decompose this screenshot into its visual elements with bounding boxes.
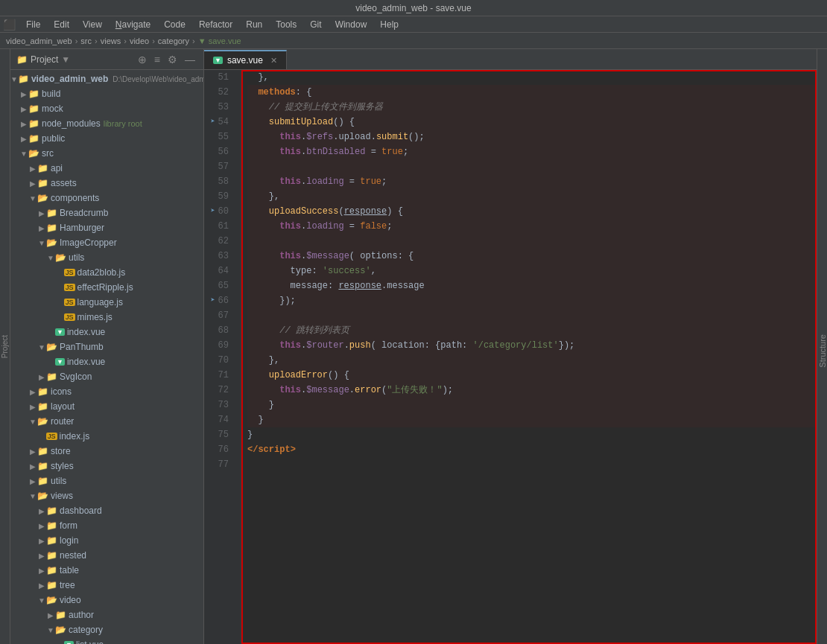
tree-label-author: author — [69, 610, 94, 620]
tree-item-mock[interactable]: ▶ 📁 mock — [10, 101, 203, 116]
line-num-58: 58 — [204, 174, 235, 189]
tree-item-layout[interactable]: ▶ 📁 layout — [10, 399, 203, 414]
menu-git[interactable]: Git — [304, 18, 327, 31]
tree-item-root[interactable]: ▼ 📁 video_admin_web D:\Develop\Web\video… — [10, 71, 203, 86]
tab-label: save.vue — [227, 55, 263, 66]
menu-refactor[interactable]: Refactor — [193, 18, 238, 31]
tree-arrow-author: ▶ — [46, 611, 55, 619]
tree-item-node-modules[interactable]: ▶ 📁 node_modules library root — [10, 116, 203, 131]
tree-item-svgicon[interactable]: ▶ 📁 SvgIcon — [10, 369, 203, 384]
tree-arrow-router: ▼ — [28, 418, 37, 426]
code-editor[interactable]: }, methods: { // 提交到上传文件到服务器 submitUploa… — [241, 70, 817, 644]
tree-item-mimes[interactable]: ▶ JS mimes.js — [10, 310, 203, 325]
sidebar-action-settings[interactable]: ⚙ — [165, 53, 180, 66]
tree-arrow-src: ▼ — [19, 150, 28, 158]
code-line-51: }, — [247, 70, 817, 85]
menu-run[interactable]: Run — [240, 18, 268, 31]
tree-item-category[interactable]: ▼ 📂 category — [10, 622, 203, 637]
breadcrumb-video[interactable]: video — [130, 36, 149, 45]
sidebar-action-scope[interactable]: ⊕ — [136, 53, 149, 66]
line-num-55: 55 — [204, 130, 235, 144]
tree-item-table[interactable]: ▶ 📁 table — [10, 563, 203, 578]
code-line-56: this.btnDisabled = true; — [247, 144, 817, 159]
line-num-68: 68 — [204, 323, 235, 338]
tree-item-author[interactable]: ▶ 📁 author — [10, 608, 203, 622]
folder-icon-panthumb: 📂 — [46, 342, 57, 352]
tree-item-components[interactable]: ▼ 📂 components — [10, 191, 203, 205]
breadcrumb-views[interactable]: views — [101, 36, 121, 45]
arrow-54: ➤ — [211, 115, 215, 130]
breadcrumb-sep5: › — [192, 36, 195, 45]
tree-item-video[interactable]: ▼ 📂 video — [10, 593, 203, 608]
tab-bar: ▼ save.vue ✕ — [204, 49, 817, 70]
tree-item-tree[interactable]: ▶ 📁 tree — [10, 578, 203, 593]
js-icon-data2blob: JS — [64, 269, 75, 276]
tree-item-data2blob[interactable]: ▶ JS data2blob.js — [10, 265, 203, 280]
line-num-63: 63 — [204, 249, 235, 264]
tree-item-imagecropper[interactable]: ▼ 📂 ImageCropper — [10, 235, 203, 250]
tree-item-store[interactable]: ▶ 📁 store — [10, 444, 203, 459]
tab-close-icon[interactable]: ✕ — [270, 56, 277, 66]
tree-arrow-node-modules: ▶ — [19, 120, 28, 128]
menu-view[interactable]: View — [77, 18, 108, 31]
folder-icon-src: 📂 — [28, 148, 39, 159]
menu-navigate[interactable]: Navigate — [110, 18, 156, 31]
vue-icon-2: ▼ — [55, 358, 65, 366]
sidebar: 📁 Project ▼ ⊕ ≡ ⚙ — ▼ 📁 video_admin_ — [10, 49, 204, 644]
tree-item-styles[interactable]: ▶ 📁 styles — [10, 459, 203, 474]
tree-item-src[interactable]: ▼ 📂 src — [10, 146, 203, 161]
tree-item-nested[interactable]: ▶ 📁 nested — [10, 548, 203, 563]
folder-icon-views: 📂 — [37, 491, 48, 501]
tree-label-form: form — [60, 520, 77, 531]
tree-item-panthumb[interactable]: ▼ 📂 PanThumb — [10, 339, 203, 354]
tree-item-login[interactable]: ▶ 📁 login — [10, 533, 203, 548]
menu-code[interactable]: Code — [158, 18, 191, 31]
js-icon-language: JS — [64, 299, 75, 306]
code-line-75: } — [247, 427, 817, 442]
tree-item-hamburger[interactable]: ▶ 📁 Hamburger — [10, 220, 203, 235]
tree-item-utils2[interactable]: ▶ 📁 utils — [10, 474, 203, 488]
menu-window[interactable]: Window — [329, 18, 373, 31]
tree-item-index-vue-1[interactable]: ▶ ▼ index.vue — [10, 325, 203, 339]
menu-file[interactable]: File — [20, 18, 46, 31]
tree-arrow-dashboard: ▶ — [37, 507, 46, 515]
breadcrumb-category[interactable]: category — [158, 36, 189, 45]
tree-item-public[interactable]: ▶ 📁 public — [10, 131, 203, 146]
tree-arrow-icons: ▶ — [28, 388, 37, 396]
tree-label-api: api — [51, 163, 63, 173]
tree-item-language[interactable]: ▶ JS language.js — [10, 295, 203, 310]
tree-item-effectripple[interactable]: ▶ JS effectRipple.js — [10, 280, 203, 295]
folder-icon-login: 📁 — [46, 535, 57, 546]
breadcrumb-project[interactable]: video_admin_web — [6, 36, 72, 45]
code-line-52: methods: { — [247, 85, 817, 100]
tree-item-index-vue-2[interactable]: ▶ ▼ index.vue — [10, 354, 203, 369]
menu-bar: ⬛ File Edit View Navigate Code Refactor … — [0, 16, 827, 33]
tree-item-index-js[interactable]: ▶ JS index.js — [10, 429, 203, 444]
tree-item-router[interactable]: ▼ 📂 router — [10, 414, 203, 429]
tree-item-utils[interactable]: ▼ 📂 utils — [10, 250, 203, 265]
tree-item-breadcrumb[interactable]: ▶ 📁 Breadcrumb — [10, 205, 203, 220]
folder-icon-public: 📁 — [28, 133, 39, 144]
tree-item-build[interactable]: ▶ 📁 build — [10, 86, 203, 101]
tree-item-dashboard[interactable]: ▶ 📁 dashboard — [10, 503, 203, 518]
folder-icon-svgicon: 📁 — [46, 372, 57, 382]
sidebar-action-close[interactable]: — — [183, 53, 197, 66]
tab-save-vue[interactable]: ▼ save.vue ✕ — [204, 50, 287, 69]
menu-help[interactable]: Help — [374, 18, 405, 31]
tree-item-list-vue[interactable]: ▶ ▼ list.vue — [10, 637, 203, 644]
tree-arrow-nested: ▶ — [37, 552, 46, 560]
breadcrumb-file[interactable]: ▼ save.vue — [198, 36, 241, 45]
breadcrumb-src[interactable]: src — [80, 36, 92, 45]
tree-item-icons[interactable]: ▶ 📁 icons — [10, 384, 203, 399]
sidebar-action-collapse[interactable]: ≡ — [152, 53, 162, 66]
line-num-62: 62 — [204, 234, 235, 249]
tree-item-api[interactable]: ▶ 📁 api — [10, 161, 203, 176]
tree-item-assets[interactable]: ▶ 📁 assets — [10, 176, 203, 191]
tree-item-form[interactable]: ▶ 📁 form — [10, 518, 203, 533]
tree-item-views[interactable]: ▼ 📂 views — [10, 488, 203, 503]
menu-edit[interactable]: Edit — [48, 18, 75, 31]
js-icon-mimes: JS — [64, 313, 75, 321]
folder-icon-mock: 📁 — [28, 103, 39, 114]
main-layout: Project 📁 Project ▼ ⊕ ≡ ⚙ — — [0, 49, 827, 644]
menu-tools[interactable]: Tools — [270, 18, 302, 31]
